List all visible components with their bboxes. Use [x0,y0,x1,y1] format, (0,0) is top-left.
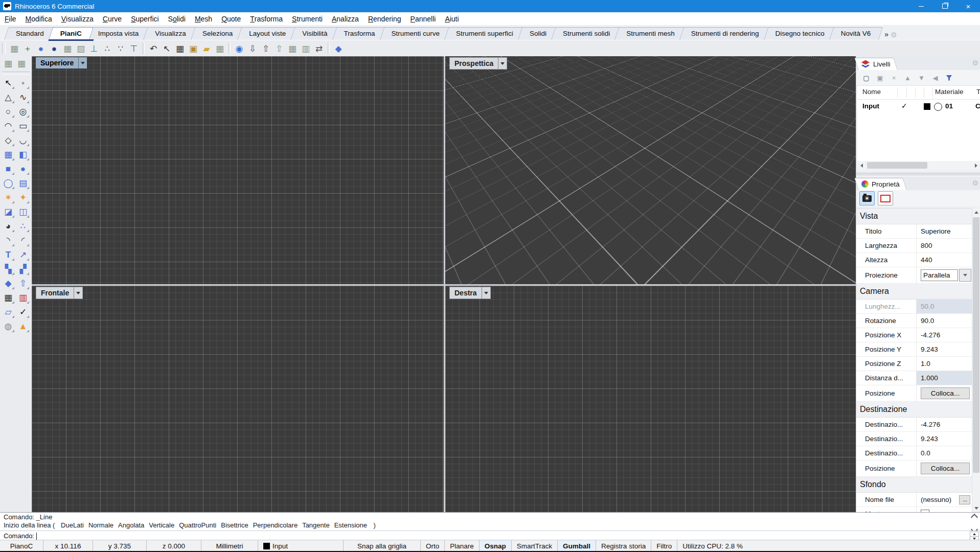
properties-gear-icon[interactable]: ⚙ [972,179,978,187]
copy-layer-icon[interactable]: ▣ [873,72,887,84]
explode-icon[interactable]: ✶ [2,191,15,204]
tab-trasforma[interactable]: Trasforma [334,27,385,40]
polygon-icon[interactable]: ◇ [2,133,15,147]
status-pianoc[interactable]: PianoC [0,540,43,551]
command-option-estensione[interactable]: Estensione [334,521,367,529]
cplane-import-icon[interactable]: ▦ [213,42,226,55]
viewport-label-superiore[interactable]: Superiore [36,57,87,68]
command-option-verticale[interactable]: Verticale [149,521,174,529]
layer-material-circle-icon[interactable] [934,103,942,111]
check-icon[interactable]: ✓ [16,305,30,318]
command-option-bisettrice[interactable]: Bisettrice [221,521,248,529]
tab-strumenti-di-rendering[interactable]: Strumenti di rendering [681,27,769,40]
viewport-destra[interactable]: Destra [445,286,856,512]
viewport-menu-button[interactable] [74,287,82,298]
box-icon[interactable]: ■ [2,162,15,175]
extrude-icon[interactable]: ⇧ [16,277,30,290]
command-option-quattropunti[interactable]: QuattroPunti [179,521,216,529]
status-filtro[interactable]: Filtro [651,540,677,551]
colloca-button[interactable]: Colloca... [921,463,970,474]
scale-icon[interactable]: ↗ [16,248,30,261]
cplane-rotate-icon[interactable]: ▧ [74,42,87,55]
layer-left-icon[interactable]: ◀ [928,72,942,84]
tab-visibilit[interactable]: Visibilità [292,27,337,40]
tab-novit-v6[interactable]: Novità V6 [831,27,881,40]
menu-item-visualizza[interactable]: Visualizza [57,12,98,25]
menu-item-solidi[interactable]: Solidi [164,12,190,25]
scroll-left-button[interactable] [857,161,866,170]
status-millimetri[interactable]: Millimetri [201,540,258,551]
circle-icon[interactable]: ○ [2,105,15,118]
status-z-0-000[interactable]: z 0.000 [147,540,201,551]
trim-icon[interactable]: ◪ [2,205,15,218]
select-arrow-icon[interactable]: ↖ [2,76,15,89]
scroll-right-button[interactable] [972,161,980,170]
menu-item-mesh[interactable]: Mesh [190,12,217,25]
viewport-frontale-canvas[interactable] [32,286,444,512]
layer-name[interactable]: Input [862,102,879,110]
layers-gear-icon[interactable]: ⚙ [972,59,978,67]
command-option-tangente[interactable]: Tangente [302,521,330,529]
tab-visualizza[interactable]: Visualizza [145,27,196,40]
status-snap-alla-griglia[interactable]: Snap alla griglia [344,540,421,551]
tab-standard[interactable]: Standard [6,27,54,40]
viewport-superiore-canvas[interactable] [32,56,444,284]
cylinder-cone-icon[interactable]: ◍ [2,319,15,333]
tab-pianic[interactable]: PianiC [51,27,92,40]
new-layer-icon[interactable]: ▢ [859,72,873,84]
viewport-superiore[interactable]: Superiore [32,56,444,284]
layers-horizontal-scrollbar[interactable] [857,161,980,170]
cone-icon[interactable]: ▲ [16,319,30,333]
tab-seleziona[interactable]: Seleziona [193,27,242,40]
surface-grid-icon[interactable]: ▤ [16,176,30,190]
viewport-label-prospettica[interactable]: Prospettica [449,57,507,70]
viewport-menu-button[interactable] [498,58,507,69]
split-icon[interactable]: ◫ [16,205,30,218]
arrange-icon[interactable]: ▚ [2,262,15,275]
cplane-points-icon[interactable]: ∵ [114,42,127,55]
menu-item-trasforma[interactable]: Trasforma [245,12,287,25]
rectangle-icon[interactable]: ▭ [16,119,30,132]
cplane-dock-icon-1[interactable]: ▦ [2,57,15,70]
cplane-origin-icon[interactable]: + [21,42,34,55]
tabbar-gear-icon[interactable]: ⚙ [891,31,897,39]
select-cursor-icon[interactable]: ↖ [160,42,173,55]
solid-union-icon[interactable]: ◆ [2,277,15,290]
minimize-button[interactable] [909,0,933,12]
tab-strumenti-mesh[interactable]: Strumenti mesh [617,27,685,40]
cplane-dock-icon-2[interactable]: ▦ [15,57,28,70]
camera-properties-button[interactable] [859,191,875,205]
status-input[interactable]: Input [258,540,344,551]
command-option-duelati[interactable]: DueLati [61,521,84,529]
projection-dropdown-button[interactable] [959,269,971,282]
spinner-up-button[interactable] [970,532,978,537]
point-icon[interactable]: ◦ [16,76,30,89]
status-x-10-116[interactable]: x 10.116 [43,540,93,551]
tab-strumenti-superfici[interactable]: Strumenti superfici [446,27,523,40]
status-orto[interactable]: Orto [421,540,445,551]
current-layer-check-icon[interactable]: ✓ [901,102,907,110]
rotate-rect-icon[interactable]: ▞ [16,262,30,275]
viewport-prospettica-canvas[interactable] [445,56,856,284]
menu-item-quote[interactable]: Quote [217,12,245,25]
layers-panel-tab[interactable]: Livelli [858,58,898,70]
viewport-horizontal-splitter[interactable] [32,284,856,286]
grid-settings-icon[interactable]: ▦ [173,42,187,55]
sphere-icon[interactable]: ● [16,162,30,175]
cplane-sphere-dark-icon[interactable]: ● [48,42,61,55]
cplane-up-icon[interactable]: ⇧ [259,42,272,55]
loft-surface-icon[interactable]: ◧ [16,148,30,161]
scrollbar-track[interactable] [866,161,972,170]
viewport-menu-button[interactable] [482,287,490,298]
status-registra-storia[interactable]: Registra storia [596,540,651,551]
column-nome[interactable]: Nome [862,88,881,96]
viewport-properties-button[interactable] [878,191,893,205]
layout-icon[interactable]: ▱ [2,305,15,318]
status-osnap[interactable]: Osnap [480,540,512,551]
show-eye-icon[interactable]: ◉ [233,42,246,55]
curve-icon[interactable]: ∿ [16,90,30,104]
cplane-previous-icon[interactable]: ▥ [299,42,312,55]
status-smarttrack[interactable]: SmartTrack [512,540,558,551]
boom-icon[interactable]: ✦ [16,191,30,204]
layer-color-swatch[interactable] [924,103,930,110]
